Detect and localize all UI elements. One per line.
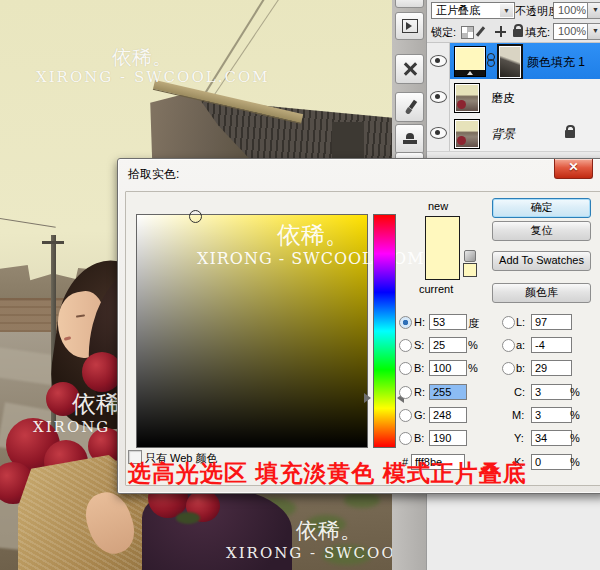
brushes-panel-icon[interactable]	[395, 92, 424, 122]
l-label: L:	[516, 316, 525, 328]
k-unit: %	[570, 456, 580, 468]
r-label: R:	[414, 386, 425, 398]
blend-mode-dropdown[interactable]: 正片叠底 ▼	[431, 2, 515, 19]
b2-radio[interactable]	[399, 432, 412, 445]
actions-panel-icon[interactable]	[395, 12, 424, 40]
g-radio[interactable]	[399, 409, 412, 422]
color-field-marker[interactable]	[189, 210, 202, 223]
color-field[interactable]: 依稀。 XIRONG - SWCOOL.COM	[136, 214, 368, 448]
lock-transparency-icon[interactable]	[461, 26, 474, 39]
lock-position-move-icon[interactable]	[495, 26, 506, 37]
close-button[interactable]: ✕	[554, 159, 593, 179]
y-label: Y:	[514, 432, 524, 444]
lab-b-field[interactable]: 29	[531, 360, 572, 376]
hue-slider[interactable]	[373, 214, 396, 448]
k-field[interactable]: 0	[531, 454, 572, 470]
watermark-text: 依稀。	[296, 516, 362, 546]
layer-row-background[interactable]: 背景	[427, 115, 600, 152]
fill-field[interactable]: 100%	[553, 23, 589, 40]
a-label: a:	[516, 339, 525, 351]
clone-source-panel-icon[interactable]	[395, 124, 424, 154]
layer-thumbnail[interactable]	[454, 119, 480, 149]
eye-icon[interactable]	[430, 91, 447, 103]
b2-field[interactable]: 190	[429, 430, 467, 446]
stamp-icon	[402, 132, 418, 146]
new-color-label: new	[428, 200, 448, 212]
visibility-column	[427, 115, 450, 151]
eye-icon[interactable]	[430, 55, 447, 67]
lock-pixels-brush-icon[interactable]	[476, 26, 485, 36]
l-field[interactable]: 97	[531, 314, 572, 330]
b-unit: %	[468, 362, 478, 374]
link-mask-icon[interactable]	[487, 53, 495, 61]
fill-layer-thumbnail[interactable]	[454, 46, 486, 77]
c-unit: %	[570, 386, 580, 398]
a-radio[interactable]	[502, 339, 515, 352]
y-unit: %	[570, 432, 580, 444]
m-label: M:	[512, 409, 524, 421]
new-current-swatch	[425, 216, 460, 280]
background-lock-icon	[565, 130, 575, 138]
watermark-text: XIRONG - SWCOOL.COM	[226, 544, 393, 562]
current-color-swatch	[426, 248, 459, 279]
blend-opacity-row: 正片叠底 ▼ 不透明度: 100% ▼	[427, 0, 600, 21]
h-field[interactable]: 53	[429, 314, 467, 330]
g-field[interactable]: 248	[429, 407, 467, 423]
c-field[interactable]: 3	[531, 384, 572, 400]
c-label: C:	[514, 386, 525, 398]
r-radio[interactable]	[399, 386, 412, 399]
dialog-title: 拾取实色:	[128, 166, 179, 183]
h-label: H:	[414, 316, 425, 328]
m-field[interactable]: 3	[531, 407, 572, 423]
b-field[interactable]: 100	[429, 360, 467, 376]
visibility-column	[427, 79, 450, 115]
b-radio[interactable]	[399, 362, 412, 375]
add-to-swatches-button[interactable]: Add To Swatches	[492, 251, 591, 271]
h-radio[interactable]	[399, 316, 412, 329]
lab-b-label: b:	[516, 362, 525, 374]
ok-button[interactable]: 确定	[492, 198, 591, 218]
lock-all-icon[interactable]	[513, 29, 523, 37]
g-label: G:	[414, 409, 426, 421]
web-color-cube-icon[interactable]	[464, 250, 476, 262]
fill-spinner[interactable]: ▼	[587, 23, 600, 40]
y-field[interactable]: 34	[531, 430, 572, 446]
layer-name[interactable]: 磨皮	[491, 90, 515, 107]
brush-icon	[402, 99, 418, 115]
s-radio[interactable]	[399, 339, 412, 352]
a-field[interactable]: -4	[531, 337, 572, 353]
reset-button[interactable]: 复位	[492, 221, 591, 241]
layer-thumbnail[interactable]	[454, 83, 480, 113]
collapsed-panel-button[interactable]	[395, 0, 424, 8]
lab-b-radio[interactable]	[502, 362, 515, 375]
eye-icon[interactable]	[430, 127, 447, 139]
watermark-text: XIRONG - SWCOOL.COM	[36, 68, 270, 86]
r-field[interactable]: 255	[429, 384, 467, 400]
watermark-text: 依稀。	[112, 44, 172, 71]
opacity-field[interactable]: 100%	[553, 2, 589, 19]
photoshop-workspace: 依稀。 XIRONG - SWCOOL.COM 依稀。 XIRONG - SWC…	[0, 0, 600, 570]
color-libraries-button[interactable]: 颜色库	[492, 283, 591, 303]
layer-name[interactable]: 颜色填充 1	[527, 54, 585, 71]
lock-label: 锁定:	[431, 25, 456, 40]
layer-row-color-fill[interactable]: 颜色填充 1	[427, 43, 600, 80]
hue-slider-arrow-left[interactable]	[364, 393, 371, 403]
web-safe-swatch[interactable]	[463, 263, 477, 277]
crossed-tools-icon	[402, 61, 418, 77]
chimney	[332, 122, 364, 162]
color-picker-dialog: 拾取实色: ✕ 依稀。 XIRONG - SWCOOL.COM new curr…	[117, 158, 600, 494]
tool-presets-panel-icon[interactable]	[395, 54, 424, 84]
opacity-spinner[interactable]: ▼	[587, 2, 600, 19]
blend-mode-value: 正片叠底	[436, 4, 480, 16]
chevron-down-icon[interactable]: ▼	[500, 4, 513, 17]
layer-row-smoothing[interactable]: 磨皮	[427, 79, 600, 116]
layer-name[interactable]: 背景	[491, 126, 515, 143]
tutorial-annotation: 选高光选区 填充淡黄色 模式正片叠底	[128, 458, 527, 489]
lock-fill-row: 锁定: 填充: 100% ▼	[427, 21, 600, 43]
visibility-column	[427, 43, 450, 79]
layer-mask-thumbnail[interactable]	[497, 44, 523, 80]
s-field[interactable]: 25	[429, 337, 467, 353]
l-radio[interactable]	[502, 316, 515, 329]
m-unit: %	[570, 409, 580, 421]
b-label: B:	[414, 362, 424, 374]
